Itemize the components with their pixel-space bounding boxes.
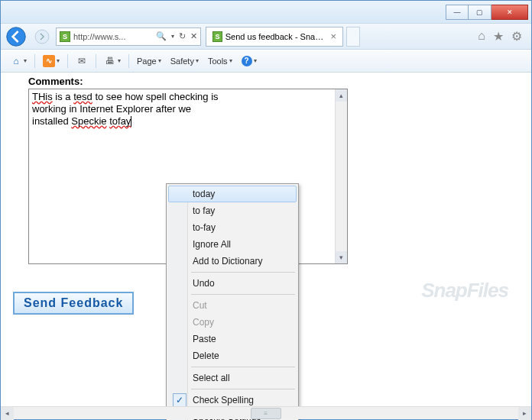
context-menu: todayto fayto-fayIgnore AllAdd to Dictio… — [166, 183, 299, 420]
context-menu-separator — [191, 367, 295, 367]
settings-icon[interactable]: ⚙ — [511, 29, 522, 44]
send-feedback-button[interactable]: Send Feedback — [13, 292, 134, 315]
home-button[interactable]: ⌂▾ — [7, 53, 30, 69]
rss-button[interactable]: ∿▾ — [40, 53, 63, 69]
browser-tab[interactable]: S Send us feedback - SnapFil... × — [206, 27, 343, 47]
context-menu-separator — [191, 272, 295, 273]
url-text: http://www.s... — [73, 32, 151, 41]
home-icon: ⌂ — [10, 55, 22, 67]
page-menu[interactable]: Page▾ — [134, 55, 164, 67]
svg-point-1 — [35, 30, 49, 44]
titlebar: — ▢ ✕ — [1, 1, 531, 24]
help-button[interactable]: ?▾ — [238, 54, 260, 68]
tab-title: Send us feedback - SnapFil... — [225, 32, 325, 41]
context-menu-item[interactable]: Undo — [168, 275, 297, 292]
refresh-icon[interactable]: ↻ — [179, 31, 186, 41]
forward-button[interactable] — [30, 26, 54, 47]
print-button[interactable]: 🖶▾ — [101, 53, 124, 69]
address-bar[interactable]: S http://www.s... 🔍 ▾ ↻ ✕ — [56, 27, 201, 46]
tab-close-icon[interactable]: × — [330, 31, 336, 42]
tools-menu[interactable]: Tools▾ — [205, 55, 235, 67]
safety-menu[interactable]: Safety▾ — [167, 55, 202, 67]
context-menu-item[interactable]: Paste — [168, 331, 297, 347]
scroll-right-icon[interactable]: ▸ — [518, 407, 531, 420]
favicon-icon: S — [60, 31, 70, 42]
command-toolbar: ⌂▾ ∿▾ ✉ 🖶▾ Page▾ Safety▾ Tools▾ ?▾ — [1, 50, 531, 73]
context-menu-item[interactable]: to fay — [168, 202, 297, 219]
mail-button[interactable]: ✉ — [73, 53, 91, 69]
tab-favicon-icon: S — [212, 31, 222, 42]
maximize-button[interactable]: ▢ — [469, 5, 491, 20]
context-menu-separator — [191, 389, 295, 389]
stop-icon[interactable]: ✕ — [190, 31, 197, 41]
context-menu-item[interactable]: Ignore All — [168, 236, 297, 253]
print-icon: 🖶 — [104, 55, 116, 67]
context-menu-item: Copy — [168, 314, 297, 331]
navigation-bar: S http://www.s... 🔍 ▾ ↻ ✕ S Send us feed… — [1, 24, 531, 50]
context-menu-item[interactable]: Add to Dictionary — [168, 253, 297, 270]
context-menu-item[interactable]: to-fay — [168, 219, 297, 236]
context-menu-separator — [191, 294, 295, 295]
new-tab-button[interactable] — [346, 27, 360, 47]
scroll-down-icon[interactable]: ▾ — [336, 251, 347, 263]
search-icon[interactable]: 🔍 — [156, 31, 167, 41]
close-button[interactable]: ✕ — [491, 5, 528, 20]
window-controls: — ▢ ✕ — [446, 5, 528, 20]
minimize-button[interactable]: — — [446, 5, 469, 20]
comments-label: Comments: — [28, 76, 519, 87]
context-menu-item[interactable]: Select all — [168, 370, 297, 386]
context-menu-item[interactable]: Delete — [168, 347, 297, 364]
textarea-scrollbar[interactable]: ▴ ▾ — [335, 89, 347, 263]
scroll-thumb[interactable]: ≡ — [251, 408, 281, 419]
watermark: SnapFiles — [421, 279, 508, 302]
back-button[interactable] — [4, 26, 28, 47]
browser-window: — ▢ ✕ S http://www.s... 🔍 ▾ ↻ ✕ S Send u… — [0, 0, 532, 420]
horizontal-scrollbar[interactable]: ◂ ≡ ▸ — [1, 406, 531, 419]
mail-icon: ✉ — [76, 55, 88, 67]
help-icon: ? — [242, 56, 252, 66]
check-icon: ✓ — [173, 393, 187, 407]
svg-point-0 — [7, 27, 26, 46]
textarea-text: THis is a tesd to see how spell checking… — [32, 91, 344, 128]
context-menu-item: Cut — [168, 297, 297, 314]
dropdown-icon[interactable]: ▾ — [171, 33, 174, 40]
page-content: Comments: THis is a tesd to see how spel… — [1, 73, 531, 405]
context-menu-item[interactable]: today — [168, 186, 297, 202]
rss-icon: ∿ — [43, 55, 55, 67]
home-nav-icon[interactable]: ⌂ — [478, 29, 485, 44]
scroll-left-icon[interactable]: ◂ — [1, 407, 14, 420]
favorites-icon[interactable]: ★ — [493, 29, 504, 44]
scroll-up-icon[interactable]: ▴ — [336, 89, 347, 102]
